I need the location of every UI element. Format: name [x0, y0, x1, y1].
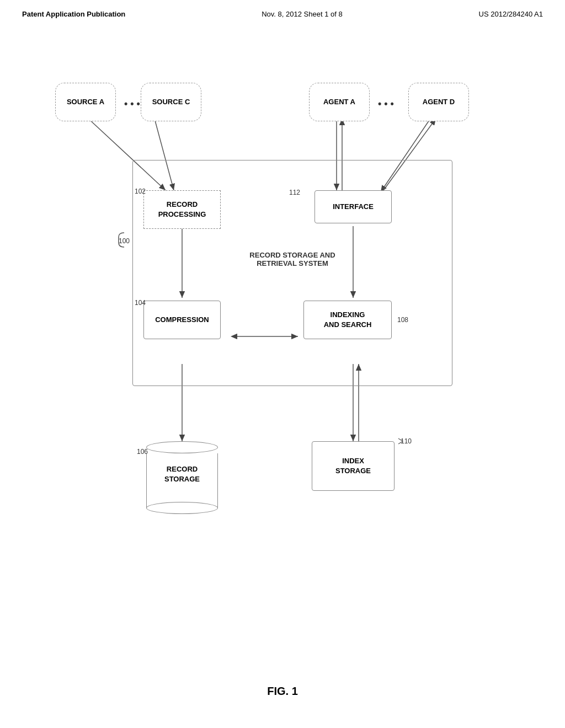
- source-c-label: SOURCE C: [152, 97, 190, 107]
- source-a-label: SOURCE A: [67, 97, 104, 107]
- compression-box: COMPRESSION: [143, 301, 221, 339]
- index-storage-label: INDEXSTORAGE: [335, 456, 371, 476]
- diagram: SOURCE A • • • SOURCE C AGENT A • • • AG…: [33, 55, 530, 662]
- record-storage-cylinder: RECORDSTORAGE: [146, 441, 218, 508]
- interface-box: INTERFACE: [315, 190, 392, 223]
- cylinder-top: [146, 441, 218, 453]
- record-storage-label: RECORDSTORAGE: [147, 464, 217, 484]
- cylinder-bottom-ellipse: [146, 502, 218, 514]
- cylinder-body: RECORDSTORAGE: [146, 453, 218, 508]
- agent-a-box: AGENT A: [309, 83, 370, 121]
- ref-102: 102: [135, 188, 146, 195]
- header-center: Nov. 8, 2012 Sheet 1 of 8: [262, 10, 342, 18]
- header-right: US 2012/284240 A1: [479, 10, 543, 18]
- figure-caption: FIG. 1: [267, 685, 298, 698]
- record-processing-label: RECORDPROCESSING: [158, 200, 206, 220]
- compression-label: COMPRESSION: [155, 315, 209, 325]
- index-storage-box: INDEXSTORAGE: [312, 441, 395, 491]
- indexing-search-box: INDEXINGAND SEARCH: [303, 301, 392, 339]
- bracket-100: [116, 232, 127, 248]
- record-processing-box: RECORDPROCESSING: [143, 190, 221, 229]
- ref-112: 112: [289, 189, 300, 196]
- header-left: Patent Application Publication: [22, 10, 125, 18]
- bracket-110: [397, 436, 406, 447]
- ref-106: 106: [137, 448, 148, 456]
- ref-104: 104: [135, 299, 146, 307]
- source-c-box: SOURCE C: [141, 83, 201, 121]
- source-a-box: SOURCE A: [55, 83, 116, 121]
- record-storage-retrieval-label: RECORD STORAGE ANDRETRIEVAL SYSTEM: [138, 251, 447, 267]
- dots-right: • • •: [378, 98, 394, 110]
- ref-108: 108: [397, 316, 408, 324]
- interface-label: INTERFACE: [333, 202, 374, 212]
- agent-d-label: AGENT D: [423, 97, 455, 107]
- indexing-search-label: INDEXINGAND SEARCH: [324, 310, 372, 330]
- agent-a-label: AGENT A: [323, 97, 355, 107]
- header: Patent Application Publication Nov. 8, 2…: [0, 0, 565, 18]
- agent-d-box: AGENT D: [408, 83, 469, 121]
- dots-left: • • •: [124, 98, 140, 110]
